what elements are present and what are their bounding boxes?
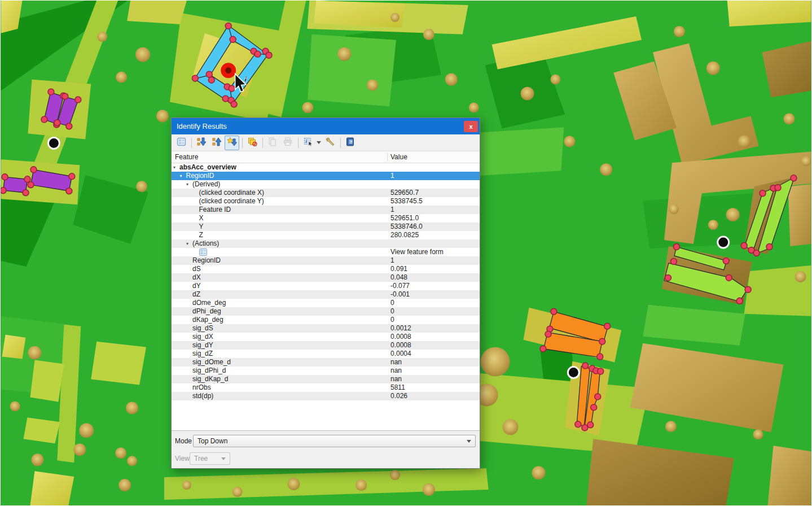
- table-row[interactable]: ▾dKap_deg 0: [172, 316, 480, 324]
- table-row[interactable]: ▾RegionID 1: [172, 256, 480, 265]
- row-feature-label: RegionID: [192, 256, 221, 264]
- row-feature-label: sig_dY: [192, 341, 213, 349]
- chevron-down-icon[interactable]: [317, 141, 321, 144]
- table-row[interactable]: ▾ View feature form: [172, 248, 480, 256]
- toolbar-separator: [242, 138, 243, 148]
- table-row[interactable]: ▾sig_dZ 0.0004: [172, 350, 480, 358]
- row-feature-label: Y: [199, 223, 204, 230]
- row-feature-label: Feature ID: [199, 206, 231, 213]
- row-feature-label: dOme_deg: [192, 299, 226, 307]
- expand-tree-icon: [197, 137, 207, 148]
- results-tree: ▾absAcc_overview ▾RegionID 1 ▾(Derived) …: [172, 163, 480, 400]
- table-row[interactable]: ▾Y 5338746.0: [172, 223, 480, 231]
- row-value: 280.0825: [390, 231, 419, 239]
- open-form-icon: [177, 137, 186, 148]
- table-row[interactable]: ▾nrObs 5811: [172, 383, 480, 392]
- table-row[interactable]: ▾X 529651.0: [172, 214, 480, 223]
- print-results-button: [280, 136, 295, 150]
- close-icon: x: [469, 124, 472, 130]
- row-feature-label: dZ: [192, 290, 200, 298]
- collapse-tree-icon: [212, 137, 222, 148]
- expander-icon[interactable]: ▾: [180, 172, 186, 180]
- row-value: 1: [390, 206, 394, 214]
- column-divider[interactable]: [387, 152, 388, 162]
- row-feature-label: dKap_deg: [192, 316, 223, 324]
- row-value: View feature form: [390, 248, 444, 256]
- table-row[interactable]: ▾dY -0.077: [172, 282, 480, 290]
- help-button[interactable]: ?: [343, 136, 358, 150]
- table-row[interactable]: ▾sig_dKap_d nan: [172, 375, 480, 383]
- table-row[interactable]: ▾dOme_deg 0: [172, 299, 480, 307]
- chevron-down-icon: [221, 457, 226, 460]
- chevron-down-icon: [467, 440, 471, 443]
- row-feature-label: dX: [192, 273, 201, 281]
- column-header-feature[interactable]: Feature: [175, 153, 198, 161]
- row-feature-label: nrObs: [192, 383, 211, 391]
- column-header-value[interactable]: Value: [390, 153, 407, 161]
- row-feature-label: X: [199, 214, 204, 222]
- row-feature-label: sig_dZ: [192, 350, 213, 357]
- identify-mode-button[interactable]: i: [301, 136, 315, 150]
- open-form-button[interactable]: [174, 136, 188, 150]
- expander-icon[interactable]: ▾: [186, 239, 192, 248]
- identify-mode-icon: i: [304, 137, 313, 148]
- collapse-tree-button[interactable]: [209, 136, 224, 150]
- table-row[interactable]: ▾sig_dX 0.0008: [172, 333, 480, 341]
- toolbar-separator: [262, 138, 263, 148]
- row-feature-label: sig_dPhi_d: [192, 367, 226, 374]
- table-row[interactable]: ▾sig_dOme_d nan: [172, 358, 480, 367]
- table-row[interactable]: ▾sig_dPhi_d nan: [172, 367, 480, 375]
- expander-icon[interactable]: ▾: [173, 163, 179, 172]
- table-row[interactable]: ▾sig_dY 0.0008: [172, 341, 480, 350]
- close-button[interactable]: x: [464, 121, 478, 132]
- table-row[interactable]: ▾Z 280.0825: [172, 231, 480, 239]
- dialog-titlebar[interactable]: Identify Results x: [172, 118, 480, 134]
- row-feature-label: (Derived): [192, 180, 220, 188]
- row-feature-label: dPhi_deg: [192, 307, 221, 315]
- row-feature-label: (clicked coordinate Y): [199, 197, 264, 205]
- row-feature-label: sig_dKap_d: [192, 375, 228, 383]
- expand-tree-button[interactable]: [194, 136, 209, 150]
- table-row[interactable]: ▾(clicked coordinate Y) 5338745.5: [172, 197, 480, 206]
- expand-new-results-button[interactable]: [225, 136, 239, 150]
- table-row[interactable]: ▾dS 0.091: [172, 265, 480, 273]
- row-feature-label: std(dp): [192, 392, 213, 400]
- row-value: -0.077: [390, 282, 410, 290]
- view-combobox[interactable]: Tree: [190, 452, 230, 465]
- row-value: 1: [390, 172, 394, 180]
- row-value: 0.091: [390, 265, 407, 273]
- svg-text:?: ?: [350, 139, 353, 145]
- row-feature-label: dS: [192, 265, 201, 273]
- view-label: View: [175, 455, 190, 463]
- row-value: 529650.7: [390, 189, 419, 197]
- table-row[interactable]: ▾sig_dS 0.0012: [172, 324, 480, 333]
- table-row[interactable]: ▾RegionID 1: [172, 172, 480, 180]
- row-value: 0.0004: [390, 350, 411, 358]
- copy-results-icon: [268, 137, 277, 148]
- row-value: 5811: [390, 383, 405, 392]
- toolbar-separator: [191, 138, 192, 148]
- table-row[interactable]: ▾(Derived): [172, 180, 480, 189]
- table-row[interactable]: ▾dZ -0.001: [172, 290, 480, 299]
- clear-results-button[interactable]: [245, 136, 260, 150]
- mode-value: Top Down: [197, 437, 227, 445]
- settings-wrench-button[interactable]: [323, 136, 337, 150]
- application-window: i Identify Results x i? Feature Value ▾a…: [0, 0, 812, 506]
- table-row[interactable]: ▾dX 0.048: [172, 273, 480, 282]
- row-feature-label: sig_dX: [192, 333, 213, 341]
- view-feature-form-icon[interactable]: [199, 248, 207, 255]
- table-row[interactable]: ▾(clicked coordinate X) 529650.7: [172, 189, 480, 197]
- expander-icon[interactable]: ▾: [186, 180, 192, 189]
- dialog-footer: Mode Top Down View Tree: [172, 430, 480, 468]
- row-value: 0.0008: [390, 341, 411, 350]
- table-row[interactable]: ▾(Actions): [172, 239, 480, 248]
- table-row[interactable]: ▾std(dp) 0.026: [172, 392, 480, 400]
- table-row[interactable]: ▾Feature ID 1: [172, 206, 480, 214]
- mode-combobox[interactable]: Top Down: [193, 435, 476, 447]
- table-row[interactable]: ▾absAcc_overview: [172, 163, 480, 172]
- row-value: 529651.0: [390, 214, 419, 223]
- mode-label: Mode: [175, 437, 192, 445]
- table-row[interactable]: ▾dPhi_deg 0: [172, 307, 480, 316]
- row-value: 5338745.5: [390, 197, 423, 206]
- dialog-title: Identify Results: [177, 122, 227, 130]
